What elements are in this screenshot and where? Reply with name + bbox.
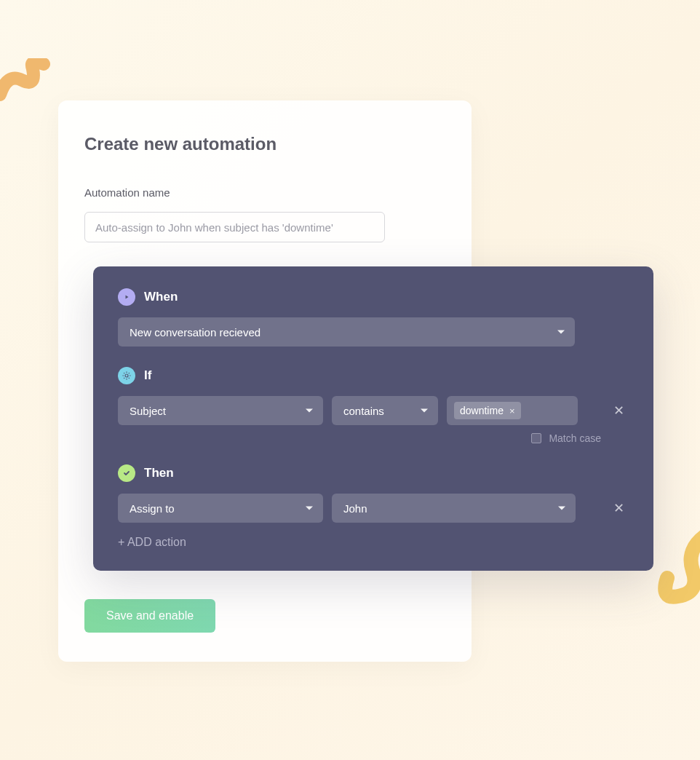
action-type-select[interactable]: Assign to bbox=[118, 494, 323, 523]
chevron-down-icon bbox=[558, 507, 565, 510]
chevron-down-icon bbox=[557, 330, 565, 334]
when-label: When bbox=[144, 290, 178, 304]
condition-field-select[interactable]: Subject bbox=[118, 396, 323, 425]
chevron-down-icon bbox=[421, 409, 428, 413]
svg-line-8 bbox=[129, 378, 130, 379]
svg-line-9 bbox=[124, 378, 124, 379]
trigger-select[interactable]: New conversation recieved bbox=[118, 317, 575, 347]
chevron-down-icon bbox=[306, 409, 313, 413]
match-case-checkbox[interactable] bbox=[531, 433, 541, 443]
action-target-value: John bbox=[343, 502, 367, 515]
match-case-label: Match case bbox=[549, 432, 601, 444]
condition-field-value: Subject bbox=[130, 405, 166, 417]
if-label: If bbox=[144, 368, 151, 383]
check-icon bbox=[118, 464, 135, 482]
when-section: When New conversation recieved bbox=[118, 288, 629, 347]
condition-operator-value: contains bbox=[343, 405, 384, 417]
then-label: Then bbox=[144, 466, 174, 480]
chevron-down-icon bbox=[306, 507, 313, 510]
condition-operator-select[interactable]: contains bbox=[332, 396, 438, 425]
remove-condition-button[interactable]: ✕ bbox=[609, 403, 629, 419]
page-title: Create new automation bbox=[84, 134, 445, 154]
automation-name-label: Automation name bbox=[84, 186, 445, 199]
add-action-button[interactable]: + ADD action bbox=[118, 536, 629, 549]
trigger-select-value: New conversation recieved bbox=[130, 326, 260, 339]
action-type-value: Assign to bbox=[130, 502, 175, 515]
condition-value-input[interactable]: downtime × bbox=[447, 396, 578, 425]
then-section: Then Assign to John ✕ + ADD action bbox=[118, 464, 629, 549]
condition-tag-text: downtime bbox=[460, 405, 504, 416]
remove-action-button[interactable]: ✕ bbox=[609, 500, 629, 516]
action-target-select[interactable]: John bbox=[332, 494, 576, 523]
save-enable-button[interactable]: Save and enable bbox=[84, 599, 215, 633]
play-icon bbox=[118, 288, 135, 306]
gear-icon bbox=[118, 367, 135, 384]
svg-line-10 bbox=[129, 373, 130, 373]
tag-remove-icon[interactable]: × bbox=[509, 405, 515, 416]
if-section: If Subject contains downtime × ✕ Match c… bbox=[118, 367, 629, 444]
decorative-swirl-top bbox=[0, 58, 58, 109]
svg-line-7 bbox=[124, 373, 124, 373]
automation-name-input[interactable] bbox=[84, 212, 385, 242]
rule-builder-panel: When New conversation recieved If Subjec… bbox=[93, 266, 653, 571]
condition-tag: downtime × bbox=[454, 402, 521, 419]
decorative-swirl-bottom bbox=[649, 527, 700, 614]
